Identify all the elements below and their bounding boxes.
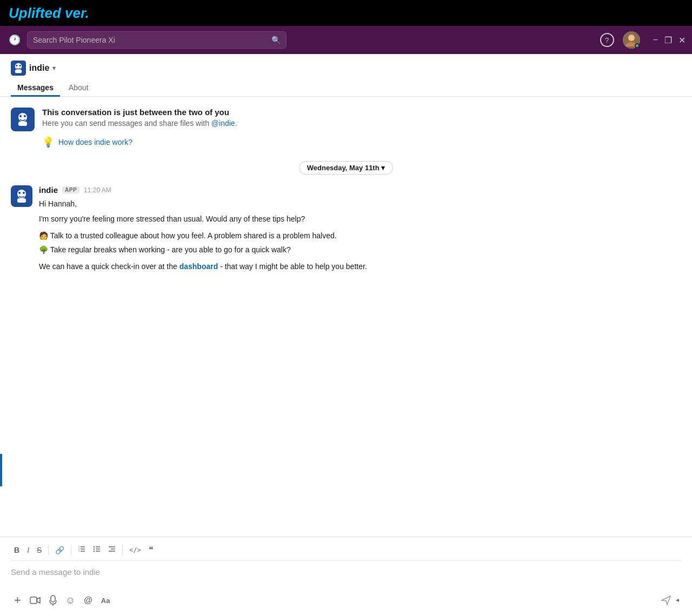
input-bottom-bar: + ☺ @ Aa: [11, 591, 681, 610]
intro-mention[interactable]: @indie: [211, 119, 235, 128]
mention-button[interactable]: @: [81, 593, 96, 607]
formatting-toolbar: B I S 🔗 123 </> ❝: [11, 543, 681, 561]
input-area: B I S 🔗 123 </> ❝ Send a message to indi…: [0, 537, 692, 616]
emoji-button[interactable]: ☺: [62, 593, 78, 608]
message-input-placeholder[interactable]: Send a message to indie: [11, 565, 681, 587]
message-timestamp: 11:20 AM: [84, 186, 111, 194]
svg-rect-32: [30, 597, 37, 604]
quote-button[interactable]: ❝: [145, 543, 157, 557]
intro-text: This conversation is just between the tw…: [42, 108, 237, 148]
indent-button[interactable]: [105, 543, 119, 557]
close-button[interactable]: ✕: [678, 35, 686, 45]
message-closing: We can have a quick check-in over at the…: [39, 260, 367, 272]
channel-avatar: [11, 61, 26, 76]
right-icons: ? − ❐ ✕: [600, 31, 686, 49]
window-controls: − ❐ ✕: [653, 35, 686, 45]
closing-pre: We can have a quick check-in over at the: [39, 262, 179, 271]
add-button[interactable]: +: [11, 591, 24, 610]
tab-messages[interactable]: Messages: [11, 80, 60, 97]
ordered-list-button[interactable]: 123: [75, 543, 89, 557]
svg-text:3: 3: [78, 550, 80, 552]
chat-area: This conversation is just between the tw…: [0, 97, 692, 537]
intro-bot-avatar: [11, 108, 35, 131]
svg-point-10: [24, 115, 26, 117]
help-button[interactable]: ?: [600, 33, 614, 47]
svg-point-26: [94, 546, 95, 547]
intro-title: This conversation is just between the tw…: [42, 108, 237, 117]
sender-name: indie: [39, 185, 58, 195]
format-button[interactable]: Aa: [98, 594, 114, 607]
code-button[interactable]: </>: [126, 544, 144, 556]
intro-subtitle: Here you can send messages and share fil…: [42, 119, 237, 128]
svg-point-1: [628, 35, 635, 41]
message-tip-1: 🧑 Talk to a trusted colleague about how …: [39, 230, 367, 242]
message-tip-2: 🌳 Take regular breaks when working - are…: [39, 244, 367, 256]
send-button[interactable]: [661, 595, 671, 606]
intro-subtitle-pre: Here you can send messages and share fil…: [42, 119, 211, 128]
minimize-button[interactable]: −: [653, 35, 658, 45]
video-button[interactable]: [26, 594, 44, 606]
more-options-button[interactable]: [674, 597, 681, 604]
main-content: indie ▾ Messages About This conve: [0, 54, 692, 616]
channel-dropdown-arrow[interactable]: ▾: [52, 64, 56, 72]
message-header: indie APP 11:20 AM: [39, 185, 367, 195]
app-title: Uplifted ver.: [9, 5, 89, 22]
message-content: indie APP 11:20 AM Hi Hannah, I'm sorry …: [39, 185, 367, 272]
fmt-divider-2: [71, 545, 71, 555]
help-link-text: How does indie work?: [58, 138, 132, 146]
intro-section: This conversation is just between the tw…: [11, 108, 681, 148]
message-greeting: Hi Hannah,: [39, 198, 367, 210]
channel-header: indie ▾ Messages About: [0, 54, 692, 97]
svg-rect-6: [15, 70, 22, 73]
channel-name: indie: [29, 63, 49, 73]
italic-button[interactable]: I: [24, 544, 32, 557]
message-bot-avatar: [11, 185, 32, 207]
intro-subtitle-post: .: [235, 119, 237, 128]
audio-button[interactable]: [46, 593, 60, 608]
svg-point-9: [19, 115, 22, 117]
strikethrough-button[interactable]: S: [34, 544, 45, 557]
link-button[interactable]: 🔗: [52, 544, 68, 557]
restore-button[interactable]: ❐: [664, 35, 672, 45]
history-button[interactable]: 🕐: [6, 32, 23, 48]
bold-button[interactable]: B: [11, 544, 23, 557]
message-group: indie APP 11:20 AM Hi Hannah, I'm sorry …: [11, 185, 681, 272]
channel-tabs: Messages About: [11, 80, 681, 96]
search-bar[interactable]: 🔍: [27, 31, 287, 49]
svg-rect-33: [51, 595, 55, 602]
svg-point-28: [94, 551, 95, 552]
toolbar: 🕐 🔍 ? − ❐ ✕: [0, 26, 692, 54]
svg-point-14: [18, 192, 21, 194]
app-badge: APP: [62, 186, 79, 193]
svg-point-15: [23, 192, 25, 194]
top-banner: Uplifted ver.: [0, 0, 692, 26]
online-status-dot: [635, 43, 640, 48]
dashboard-link[interactable]: dashboard: [179, 262, 218, 271]
svg-rect-11: [18, 122, 27, 126]
svg-point-4: [16, 65, 17, 66]
fmt-divider-3: [122, 545, 123, 555]
tab-about[interactable]: About: [62, 80, 95, 97]
message-body: Hi Hannah, I'm sorry you're feeling more…: [39, 198, 367, 272]
svg-point-27: [94, 548, 95, 550]
help-link[interactable]: 💡 How does indie work?: [42, 136, 237, 148]
svg-rect-16: [17, 198, 26, 203]
search-icon: 🔍: [271, 36, 281, 44]
search-input[interactable]: [33, 36, 267, 44]
date-label: Wednesday, May 11th ▾: [307, 164, 385, 172]
bulb-icon: 💡: [42, 136, 54, 148]
date-divider: Wednesday, May 11th ▾: [11, 161, 681, 175]
closing-post: - that way I might be able to help you b…: [218, 262, 367, 271]
fmt-divider-1: [48, 545, 49, 555]
date-pill[interactable]: Wednesday, May 11th ▾: [299, 161, 394, 175]
user-avatar[interactable]: [623, 31, 640, 49]
svg-point-5: [19, 65, 21, 66]
left-accent-bar: [0, 454, 2, 486]
message-intro: I'm sorry you're feeling more stressed t…: [39, 213, 367, 225]
channel-name-row: indie ▾: [11, 61, 681, 76]
unordered-list-button[interactable]: [90, 543, 104, 557]
